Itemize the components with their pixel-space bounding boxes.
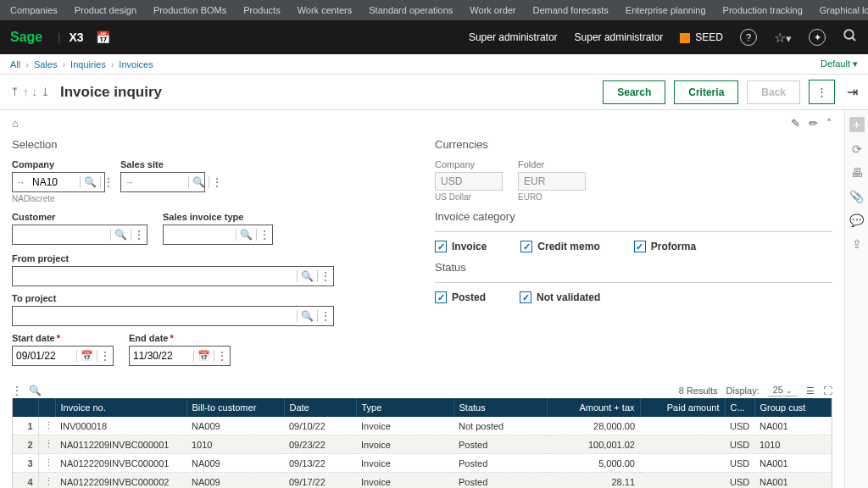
folder-indicator[interactable]: SEED xyxy=(680,31,723,43)
menu-graphical-loads[interactable]: Graphical loads xyxy=(820,5,868,15)
table-row[interactable]: 4⋮NA0122209INVBC000002NA00909/17/22Invoi… xyxy=(13,473,832,489)
bc-sales[interactable]: Sales xyxy=(34,59,58,69)
back-button[interactable]: Back xyxy=(747,80,800,104)
user-role[interactable]: Super administrator xyxy=(469,31,558,43)
nav-next-icon[interactable]: ↓ xyxy=(32,86,38,98)
lookup-icon[interactable]: 🔍 xyxy=(297,270,317,282)
collapse-icon[interactable]: ˄ xyxy=(826,117,832,130)
col-status[interactable]: Status xyxy=(453,398,547,417)
chk-not-validated[interactable]: ✓Not validated xyxy=(520,291,600,303)
pin-icon[interactable]: ✎ xyxy=(791,117,800,130)
lookup-icon[interactable]: 🔍 xyxy=(188,176,209,188)
customer-field[interactable] xyxy=(13,229,110,241)
nav-last-icon[interactable]: ⤓ xyxy=(41,86,50,98)
bc-invoices[interactable]: Invoices xyxy=(119,59,153,69)
chk-proforma[interactable]: ✓Proforma xyxy=(634,241,696,252)
link-arrow-icon[interactable]: → xyxy=(121,177,137,187)
to-project-input[interactable]: 🔍 ⋮ xyxy=(12,306,334,326)
share-icon[interactable]: ⇪ xyxy=(852,237,862,251)
comment-icon[interactable]: 💬 xyxy=(849,214,864,227)
actions-icon[interactable]: ⋮ xyxy=(214,350,230,362)
row-actions-icon[interactable]: ⋮ xyxy=(38,417,55,435)
table-row[interactable]: 3⋮NA0122209INVBC000001NA00909/13/22Invoi… xyxy=(13,454,832,473)
start-date-field[interactable] xyxy=(13,350,76,362)
row-actions-icon[interactable]: ⋮ xyxy=(38,473,55,489)
row-actions-icon[interactable]: ⋮ xyxy=(38,435,55,454)
search-button[interactable]: Search xyxy=(603,80,665,104)
col-date[interactable]: Date xyxy=(284,398,356,417)
compass-icon[interactable]: ✦ xyxy=(809,29,826,46)
table-row[interactable]: 1⋮INV000018NA00909/10/22InvoiceNot poste… xyxy=(13,417,832,435)
actions-icon[interactable]: ⋮ xyxy=(209,176,225,188)
lookup-icon[interactable]: 🔍 xyxy=(236,229,256,241)
menu-work-centers[interactable]: Work centers xyxy=(298,5,353,15)
col-invoice-no[interactable]: Invoice no. xyxy=(55,398,186,417)
grid-menu-icon[interactable]: ⋮ xyxy=(12,385,22,396)
more-actions-button[interactable]: ⋮ xyxy=(809,80,835,104)
end-date-input[interactable]: 📅 ⋮ xyxy=(129,346,231,366)
calendar-icon[interactable]: 📅 xyxy=(96,30,110,44)
refresh-icon[interactable]: ⟳ xyxy=(852,142,862,156)
col-paid[interactable]: Paid amount xyxy=(640,398,725,417)
favorite-icon[interactable]: ☆▾ xyxy=(774,30,792,46)
exit-icon[interactable]: ⇥ xyxy=(847,84,858,100)
company-input[interactable]: → 🔍 ⋮ xyxy=(12,172,105,192)
lookup-icon[interactable]: 🔍 xyxy=(297,310,317,322)
sales-site-input[interactable]: → 🔍 ⋮ xyxy=(120,172,205,192)
add-icon[interactable]: + xyxy=(849,117,865,132)
actions-icon[interactable]: ⋮ xyxy=(97,350,113,362)
actions-icon[interactable]: ⋮ xyxy=(317,310,333,322)
table-row[interactable]: 2⋮NA0112209INVBC000001101009/23/22Invoic… xyxy=(13,435,832,454)
col-type[interactable]: Type xyxy=(356,398,453,417)
invoice-type-input[interactable]: 🔍 ⋮ xyxy=(163,225,273,245)
start-date-input[interactable]: 📅 ⋮ xyxy=(12,346,114,366)
from-project-input[interactable]: 🔍 ⋮ xyxy=(12,266,334,286)
chk-credit-memo[interactable]: ✓Credit memo xyxy=(520,241,599,252)
link-arrow-icon[interactable]: → xyxy=(13,177,29,187)
menu-production-boms[interactable]: Production BOMs xyxy=(153,5,226,15)
invoice-type-field[interactable] xyxy=(164,229,236,241)
actions-icon[interactable]: ⋮ xyxy=(100,176,116,188)
bc-all[interactable]: All xyxy=(10,59,20,69)
col-currency[interactable]: C... xyxy=(725,398,754,417)
menu-demand-forecasts[interactable]: Demand forecasts xyxy=(533,5,609,15)
col-bill-to[interactable]: Bill-to customer xyxy=(186,398,284,417)
attach-icon[interactable]: 📎 xyxy=(849,190,864,203)
col-amount[interactable]: Amount + tax xyxy=(547,398,640,417)
customer-input[interactable]: 🔍 ⋮ xyxy=(12,225,147,245)
menu-product-design[interactable]: Product design xyxy=(75,5,136,15)
user-name[interactable]: Super administrator xyxy=(575,31,664,43)
nav-first-icon[interactable]: ⤒ xyxy=(10,86,19,98)
expand-icon[interactable]: ⛶ xyxy=(823,385,832,396)
calendar-icon[interactable]: 📅 xyxy=(193,350,214,362)
calendar-icon[interactable]: 📅 xyxy=(76,350,97,362)
to-project-field[interactable] xyxy=(13,310,297,322)
col-group[interactable]: Group cust xyxy=(754,398,832,417)
chk-invoice[interactable]: ✓Invoice xyxy=(435,241,487,252)
layers-icon[interactable]: ☰ xyxy=(806,385,815,396)
menu-production-tracking[interactable]: Production tracking xyxy=(723,5,803,15)
sales-site-field[interactable] xyxy=(137,176,188,188)
search-icon[interactable] xyxy=(843,28,858,47)
menu-products[interactable]: Products xyxy=(243,5,280,15)
edit-icon[interactable]: ✏ xyxy=(809,117,818,130)
lookup-icon[interactable]: 🔍 xyxy=(80,176,100,188)
from-project-field[interactable] xyxy=(13,270,297,282)
lookup-icon[interactable]: 🔍 xyxy=(110,229,131,241)
chk-posted[interactable]: ✓Posted xyxy=(435,291,486,303)
menu-standard-operations[interactable]: Standard operations xyxy=(369,5,453,15)
default-link[interactable]: Default ▾ xyxy=(821,58,858,69)
col-rownum[interactable] xyxy=(13,398,38,417)
grid-search-icon[interactable]: 🔍 xyxy=(29,385,42,396)
print-icon[interactable]: 🖶 xyxy=(851,166,863,180)
home-icon[interactable]: ⌂ xyxy=(12,117,19,130)
display-value[interactable]: 25 ⌄ xyxy=(768,385,798,396)
help-icon[interactable]: ? xyxy=(740,29,757,46)
menu-work-order[interactable]: Work order xyxy=(470,5,515,15)
company-field[interactable] xyxy=(29,176,80,188)
criteria-button[interactable]: Criteria xyxy=(674,80,738,104)
bc-inquiries[interactable]: Inquiries xyxy=(70,59,106,69)
nav-prev-icon[interactable]: ↑ xyxy=(23,86,29,98)
row-actions-icon[interactable]: ⋮ xyxy=(38,454,55,473)
col-actions[interactable] xyxy=(38,398,55,417)
